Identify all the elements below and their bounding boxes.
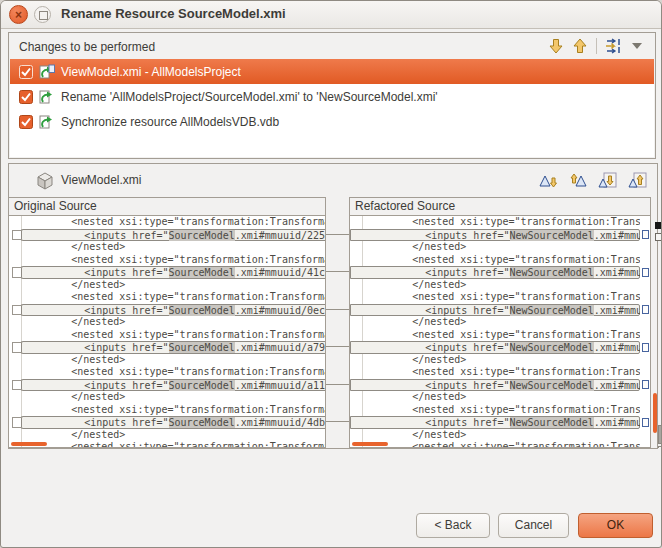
code-line: <nested xsi:type="transformation:Transfo… <box>350 404 640 417</box>
changed-code-line: <inputs href="NewSourceModel.xmi#mmuuid <box>350 341 640 354</box>
changes-toolbar <box>544 35 649 57</box>
overview-change-mark-bottom[interactable] <box>658 446 662 448</box>
diff-change-marker[interactable] <box>642 305 649 314</box>
diff-change-marker[interactable] <box>642 418 649 427</box>
changed-code-line: <inputs href="SourceModel.xmi#mmuuid/4db… <box>21 416 325 429</box>
window-title: Rename Resource SourceModel.xmi <box>61 1 286 27</box>
diff-change-marker[interactable] <box>642 230 649 239</box>
tree-item-label: Synchronize resource AllModelsVDB.vdb <box>61 115 279 129</box>
maximize-icon[interactable] <box>34 6 51 23</box>
tree-item-label: ViewModel.xmi - AllModelsProject <box>61 65 241 79</box>
code-line: <nested xsi:type="transformation:Transfo… <box>9 366 325 379</box>
diff-highlight: NewSourceModel <box>510 342 594 353</box>
code-line: <nested xsi:type="transformation:Transfo… <box>350 441 640 447</box>
cancel-button[interactable]: Cancel <box>498 513 569 538</box>
diff-highlight: NewSourceModel <box>510 417 594 428</box>
changes-tree-item[interactable]: ViewModel.xmi - AllModelsProject <box>10 59 654 84</box>
changes-tree-item[interactable]: Synchronize resource AllModelsVDB.vdb <box>10 109 654 134</box>
vertical-scrollbar-thumb[interactable] <box>653 393 657 433</box>
refactored-source-header: Refactored Source <box>350 198 650 216</box>
changed-code-line: <inputs href="NewSourceModel.xmi#mmuuid <box>350 266 640 279</box>
cube-icon <box>35 171 55 195</box>
original-hscrollbar-thumb[interactable] <box>11 442 47 446</box>
checked-checkbox-icon[interactable] <box>19 90 33 104</box>
code-line: <nested xsi:type="transformation:Transfo… <box>9 254 325 267</box>
move-up-arrow-icon[interactable] <box>568 35 592 57</box>
diff-highlight: SourceModel <box>169 342 235 353</box>
diff-highlight: SourceModel <box>169 267 235 278</box>
rename-change-icon <box>39 89 55 105</box>
diff-connector-line <box>326 234 349 235</box>
menu-dropdown-icon[interactable] <box>625 35 649 57</box>
changes-tree-item[interactable]: Rename 'AllModelsProject/SourceModel.xmi… <box>10 84 654 109</box>
changes-section: Changes to be performed <box>8 32 656 159</box>
toolbar-separator <box>596 38 597 54</box>
code-line: </nested> <box>9 279 325 292</box>
original-source-code[interactable]: <nested xsi:type="transformation:Transfo… <box>9 216 325 447</box>
diff-marker-column <box>640 216 650 447</box>
diff-connector-line <box>326 421 349 422</box>
close-icon[interactable]: × <box>9 5 28 24</box>
diff-connector-line <box>326 346 349 347</box>
rename-resource-dialog: × Rename Resource SourceModel.xmi Change… <box>0 0 662 548</box>
code-line: </nested> <box>350 429 640 442</box>
diff-highlight: SourceModel <box>169 230 235 241</box>
diff-change-marker[interactable] <box>642 380 649 389</box>
overview-change-mark[interactable] <box>655 233 662 241</box>
copy-current-change-up-icon[interactable] <box>626 169 649 191</box>
code-line: </nested> <box>350 279 640 292</box>
code-line: </nested> <box>9 241 325 254</box>
overview-ruler[interactable] <box>653 197 662 448</box>
diff-connector-line <box>326 271 349 272</box>
original-source-header: Original Source <box>9 198 325 216</box>
tree-item-label: Rename 'AllModelsProject/SourceModel.xmi… <box>61 90 438 104</box>
changes-tree[interactable]: ViewModel.xmi - AllModelsProject Rename … <box>10 59 654 157</box>
code-line: <nested xsi:type="transformation:Transfo… <box>350 366 640 379</box>
code-line: <nested xsi:type="transformation:Transfo… <box>9 329 325 342</box>
diff-highlight: SourceModel <box>169 380 235 391</box>
code-line: <nested xsi:type="transformation:Transfo… <box>9 216 325 229</box>
changed-code-line: <inputs href="NewSourceModel.xmi#mmuuid <box>350 229 640 242</box>
code-line: </nested> <box>9 354 325 367</box>
refactored-hscrollbar-thumb[interactable] <box>352 442 388 446</box>
changes-label: Changes to be performed <box>19 40 155 54</box>
preview-title: ViewModel.xmi <box>61 164 141 197</box>
overview-current-mark[interactable] <box>655 222 662 229</box>
code-line: <nested xsi:type="transformation:Transfo… <box>9 291 325 304</box>
code-line: <nested xsi:type="transformation:Transfo… <box>350 216 640 229</box>
code-line: </nested> <box>9 429 325 442</box>
compare-viewer: Original Source <nested xsi:type="transf… <box>9 197 657 448</box>
diff-connector-line <box>326 309 349 310</box>
diff-change-marker[interactable] <box>642 268 649 277</box>
titlebar[interactable]: × Rename Resource SourceModel.xmi <box>1 1 661 29</box>
diff-change-marker[interactable] <box>642 343 649 352</box>
changed-code-line: <inputs href="SourceModel.xmi#mmuuid/225… <box>21 229 325 242</box>
composite-change-icon <box>39 64 55 80</box>
diff-highlight: NewSourceModel <box>510 305 594 316</box>
changed-code-line: <inputs href="SourceModel.xmi#mmuuid/a11… <box>21 379 325 392</box>
back-button[interactable]: < Back <box>416 513 490 538</box>
code-line: <nested xsi:type="transformation:Transfo… <box>350 291 640 304</box>
original-source-pane[interactable]: Original Source <nested xsi:type="transf… <box>9 197 326 448</box>
ok-button[interactable]: OK <box>578 513 653 538</box>
copy-current-change-down-icon[interactable] <box>596 169 619 191</box>
compare-toolbar <box>536 169 649 191</box>
changed-code-line: <inputs href="NewSourceModel.xmi#mmuuid <box>350 416 640 429</box>
previous-difference-icon[interactable] <box>566 169 589 191</box>
changed-code-line: <inputs href="SourceModel.xmi#mmuuid/41c… <box>21 266 325 279</box>
code-line: <nested xsi:type="transformation:Transfo… <box>350 329 640 342</box>
diff-highlight: NewSourceModel <box>510 267 594 278</box>
changed-code-line: <inputs href="SourceModel.xmi#mmuuid/a79… <box>21 341 325 354</box>
refactored-source-pane[interactable]: Refactored Source <nested xsi:type="tran… <box>349 197 651 448</box>
checked-checkbox-icon[interactable] <box>19 115 33 129</box>
synchronize-change-icon <box>39 114 55 130</box>
refactored-source-code[interactable]: <nested xsi:type="transformation:Transfo… <box>350 216 640 447</box>
overview-thumb[interactable] <box>658 425 662 444</box>
code-line: </nested> <box>9 316 325 329</box>
filter-changes-icon[interactable] <box>601 35 625 57</box>
checked-checkbox-icon[interactable] <box>19 65 33 79</box>
move-down-arrow-icon[interactable] <box>544 35 568 57</box>
code-line: </nested> <box>350 316 640 329</box>
next-difference-icon[interactable] <box>536 169 559 191</box>
code-line: <nested xsi:type="transformation:Transfo… <box>9 404 325 417</box>
